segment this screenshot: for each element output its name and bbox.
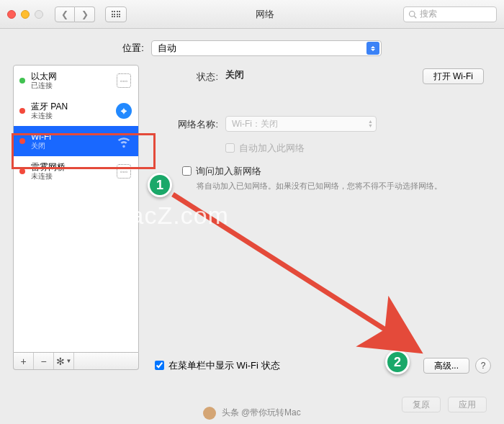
bottom-row: 在菜单栏中显示 Wi-Fi 状态 高级... ? xyxy=(155,358,491,374)
item-name: 蓝牙 PAN xyxy=(31,102,109,112)
forward-button[interactable]: ❯ xyxy=(75,6,95,22)
wifi-icon xyxy=(115,132,132,150)
item-sub: 未连接 xyxy=(31,172,109,181)
location-select[interactable]: 自动 xyxy=(151,40,382,56)
search-icon xyxy=(408,10,417,19)
show-all-button[interactable] xyxy=(105,6,127,22)
item-sub: 关闭 xyxy=(31,142,109,150)
svg-line-1 xyxy=(414,16,416,18)
auto-join-label: 自动加入此网络 xyxy=(239,142,305,155)
sidebar: 以太网已连接 ◦◦◦ 蓝牙 PAN未连接 ⌖ Wi-Fi关闭 雷雾网桥未连接 ◦… xyxy=(13,65,139,370)
ethernet-icon: ◦◦◦ xyxy=(115,72,132,89)
item-sub: 未连接 xyxy=(31,112,109,120)
location-value: 自动 xyxy=(158,42,176,55)
show-menu-label: 在菜单栏中显示 Wi-Fi 状态 xyxy=(168,359,280,372)
close-window-button[interactable] xyxy=(7,10,16,19)
status-dot xyxy=(19,108,25,114)
ask-join-label: 询问加入新网络 xyxy=(196,165,261,178)
actions-menu-button[interactable]: ✻▼ xyxy=(54,353,74,369)
nav-buttons: ❮ ❯ xyxy=(55,6,95,22)
sidebar-item-wifi[interactable]: Wi-Fi关闭 xyxy=(14,126,138,156)
status-dot xyxy=(19,168,25,174)
sidebar-item-thunderbolt[interactable]: 雷雾网桥未连接 ◦◦◦ xyxy=(14,156,138,186)
traffic-lights xyxy=(7,10,43,19)
thunderbolt-icon: ◦◦◦ xyxy=(115,163,132,180)
show-menu-input[interactable] xyxy=(155,361,164,370)
byline-author: @带你玩转Mac xyxy=(241,407,301,418)
bluetooth-icon: ⌖ xyxy=(115,102,132,119)
annotation-badge-2: 2 xyxy=(385,350,410,374)
help-button[interactable]: ? xyxy=(475,358,491,374)
item-name: Wi-Fi xyxy=(31,132,109,142)
ask-join-input[interactable] xyxy=(182,166,192,176)
main-content: 以太网已连接 ◦◦◦ 蓝牙 PAN未连接 ⌖ Wi-Fi关闭 雷雾网桥未连接 ◦… xyxy=(0,65,504,377)
sidebar-footer: + − ✻▼ xyxy=(13,353,139,370)
byline-prefix: 头条 xyxy=(222,407,239,418)
status-dot xyxy=(19,78,25,84)
minimize-window-button[interactable] xyxy=(21,10,30,19)
location-row: 位置: 自动 xyxy=(0,29,504,65)
status-dot xyxy=(19,138,25,144)
search-placeholder: 搜索 xyxy=(420,8,437,20)
location-label: 位置: xyxy=(122,42,144,55)
ask-join-checkbox[interactable]: 询问加入新网络 xyxy=(182,165,484,178)
grid-icon xyxy=(112,11,121,17)
network-name-label: 网络名称: xyxy=(153,116,218,131)
advanced-button[interactable]: 高级... xyxy=(423,358,469,374)
remove-interface-button[interactable]: − xyxy=(34,353,54,369)
window-title: 网络 xyxy=(132,8,397,21)
gear-icon: ✻ xyxy=(56,356,65,367)
auto-join-checkbox: 自动加入此网络 xyxy=(225,142,484,155)
titlebar: ❮ ❯ 网络 搜索 xyxy=(0,0,504,29)
status-label: 状态: xyxy=(153,68,218,84)
item-name: 雷雾网桥 xyxy=(31,162,109,172)
network-name-value: Wi-Fi：关闭 xyxy=(232,118,278,130)
search-input[interactable]: 搜索 xyxy=(403,6,497,22)
interface-list: 以太网已连接 ◦◦◦ 蓝牙 PAN未连接 ⌖ Wi-Fi关闭 雷雾网桥未连接 ◦… xyxy=(13,65,139,353)
author-avatar xyxy=(203,407,216,420)
detail-pane: 状态: 关闭 打开 Wi-Fi 网络名称: Wi-Fi：关闭 ▲▼ 自动加入此网… xyxy=(146,65,491,370)
item-sub: 已连接 xyxy=(31,81,109,90)
select-stepper-icon: ▲▼ xyxy=(368,119,373,128)
annotation-badge-1: 1 xyxy=(148,173,172,197)
back-button[interactable]: ❮ xyxy=(55,6,75,22)
show-menu-checkbox[interactable]: 在菜单栏中显示 Wi-Fi 状态 xyxy=(155,359,423,372)
select-arrows-icon xyxy=(366,42,379,55)
ask-join-description: 将自动加入已知网络。如果没有已知网络，您将不得不手动选择网络。 xyxy=(197,181,484,191)
add-interface-button[interactable]: + xyxy=(14,353,34,369)
sidebar-item-bluetooth[interactable]: 蓝牙 PAN未连接 ⌖ xyxy=(14,96,138,126)
wifi-toggle-button[interactable]: 打开 Wi-Fi xyxy=(423,68,484,84)
network-name-select[interactable]: Wi-Fi：关闭 ▲▼ xyxy=(225,116,377,132)
chevron-down-icon: ▼ xyxy=(66,358,72,364)
byline: 头条 @带你玩转Mac xyxy=(0,407,504,420)
item-name: 以太网 xyxy=(31,71,109,81)
svg-point-0 xyxy=(410,11,415,17)
sidebar-item-ethernet[interactable]: 以太网已连接 ◦◦◦ xyxy=(14,66,138,96)
auto-join-input xyxy=(225,143,235,153)
status-value: 关闭 xyxy=(225,68,415,81)
zoom-window-button[interactable] xyxy=(35,10,43,19)
